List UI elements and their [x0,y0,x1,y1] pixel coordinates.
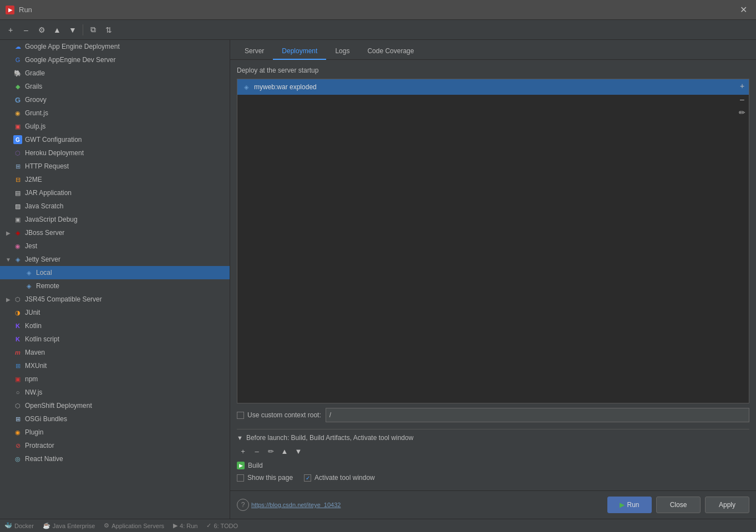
tree-item-google-appengine-deployment[interactable]: ☁ Google App Engine Deployment [0,40,230,53]
sort-button[interactable]: ⇅ [102,23,116,37]
tree-item-grails[interactable]: ◆ Grails [0,80,230,93]
expand-placeholder [4,109,12,117]
activate-tool-window-label[interactable]: Activate tool window [304,474,375,482]
before-launch-add-button[interactable]: + [237,445,249,457]
move-down-button[interactable]: ▼ [65,23,80,37]
tree-item-kotlin[interactable]: K Kotlin [0,319,230,332]
before-launch-edit-button[interactable]: ✏ [265,445,277,457]
jest-icon: ◉ [13,242,22,250]
react-native-icon: ◎ [13,454,22,463]
tree-item-http-request[interactable]: ⊞ HTTP Request [0,160,230,173]
config-tree[interactable]: ☁ Google App Engine Deployment G Google … [0,40,230,519]
copy-config-button[interactable]: ⧉ [86,23,100,37]
tree-item-jsr45[interactable]: ▶ ⬡ JSR45 Compatible Server [0,293,230,306]
tree-item-osgi[interactable]: ⊞ OSGi Bundles [0,412,230,426]
jetty-expand-arrow[interactable]: ▼ [4,255,12,263]
status-run[interactable]: ▶ 4: Run [173,522,197,529]
toolbar-separator [83,24,83,35]
tab-logs[interactable]: Logs [326,44,358,60]
tree-item-jetty-remote[interactable]: ◈ Remote [0,279,230,293]
before-launch-build-item: ▶ Build [237,459,749,472]
tree-item-javascript-debug[interactable]: ▣ JavaScript Debug [0,213,230,226]
deployment-remove-button[interactable]: – [735,93,749,106]
tree-item-npm[interactable]: ▣ npm [0,372,230,386]
tree-item-label: React Native [25,455,63,463]
tab-server[interactable]: Server [236,44,273,60]
jsr45-expand-arrow[interactable]: ▶ [4,295,12,303]
tree-item-gulpjs[interactable]: ▣ Gulp.js [0,120,230,133]
tree-item-groovy[interactable]: G Groovy [0,93,230,106]
expand-placeholder [4,176,12,183]
jboss-expand-arrow[interactable]: ▶ [4,229,12,237]
status-application-servers[interactable]: ⚙ Application Servers [104,522,164,529]
expand-placeholder [4,136,12,144]
tree-item-java-scratch[interactable]: ▨ Java Scratch [0,200,230,213]
tree-item-openshift[interactable]: ⬡ OpenShift Deployment [0,399,230,412]
before-launch-up-button[interactable]: ▲ [278,445,291,457]
tab-deployment[interactable]: Deployment [273,44,326,60]
add-config-button[interactable]: + [3,23,18,37]
tree-item-gruntjs[interactable]: ◉ Grunt.js [0,106,230,120]
before-launch-collapse-arrow[interactable]: ▼ [237,434,243,441]
expand-placeholder [4,122,12,130]
tree-item-label: JavaScript Debug [25,216,78,223]
status-java-enterprise[interactable]: ☕ Java Enterprise [43,522,95,529]
tree-item-heroku[interactable]: ⬡ Heroku Deployment [0,146,230,160]
apply-button[interactable]: Apply [705,497,749,513]
deployment-add-button[interactable]: + [735,79,749,93]
tree-item-junit[interactable]: ◑ JUnit [0,306,230,319]
tree-item-jetty-local[interactable]: ◈ Local [0,266,230,279]
custom-context-label[interactable]: Use custom context root: [237,411,321,419]
tree-item-kotlin-script[interactable]: K Kotlin script [0,332,230,346]
tree-item-plugin[interactable]: ◉ Plugin [0,426,230,439]
tree-item-gwt[interactable]: G GWT Configuration [0,133,230,146]
tree-item-nwjs[interactable]: ○ NW.js [0,386,230,399]
custom-context-checkbox[interactable] [237,412,244,419]
url-link[interactable]: https://blog.csdn.net/iteye_10432 [251,502,341,508]
tree-item-j2me[interactable]: ⊟ J2ME [0,173,230,186]
show-this-page-label[interactable]: Show this page [237,474,293,482]
remove-config-button[interactable]: – [19,23,33,37]
jetty-local-icon: ◈ [24,268,33,277]
move-up-button[interactable]: ▲ [50,23,64,37]
tree-item-label: Grunt.js [25,109,48,117]
tree-item-label: JBoss Server [25,229,64,237]
status-docker[interactable]: 🐳 Docker [4,522,34,529]
expand-placeholder [4,455,12,463]
tree-item-label: JSR45 Compatible Server [25,295,102,303]
custom-context-row: Use custom context root: [237,403,749,424]
tree-item-react-native[interactable]: ◎ React Native [0,452,230,466]
tree-item-jest[interactable]: ◉ Jest [0,239,230,253]
before-launch-checkboxes: Show this page Activate tool window [237,472,749,484]
right-panel: Server Deployment Logs Code Coverage Dep… [230,40,756,519]
run-button[interactable]: ▶Run [607,497,652,513]
tree-item-jar-application[interactable]: ▤ JAR Application [0,186,230,200]
deployment-item-label: myweb:war exploded [254,83,317,91]
custom-context-input[interactable] [326,408,749,422]
close-button[interactable]: ✕ [737,2,750,17]
openshift-icon: ⬡ [13,401,22,410]
tree-item-jetty-server[interactable]: ▼ ◈ Jetty Server [0,253,230,266]
deployment-edit-button[interactable]: ✏ [735,106,749,119]
activate-tool-window-checkbox[interactable] [304,474,311,482]
before-launch-remove-button[interactable]: – [251,445,263,457]
tree-item-jboss-server[interactable]: ▶ ◈ JBoss Server [0,226,230,239]
show-this-page-checkbox[interactable] [237,474,244,482]
tab-code-coverage[interactable]: Code Coverage [358,44,423,60]
tree-item-google-appengine-dev-server[interactable]: G Google AppEngine Dev Server [0,53,230,66]
status-todo[interactable]: ✓ 6: TODO [206,522,238,529]
tree-item-maven[interactable]: m Maven [0,346,230,359]
expand-placeholder [4,375,12,383]
app-servers-label: Application Servers [111,523,164,529]
settings-button[interactable]: ⚙ [34,23,49,37]
tree-item-gradle[interactable]: 🐘 Gradle [0,66,230,80]
docker-label: Docker [14,523,34,529]
before-launch-down-button[interactable]: ▼ [292,445,305,457]
close-button[interactable]: Close [656,497,701,513]
tree-item-protractor[interactable]: ⊘ Protractor [0,439,230,452]
app-servers-icon: ⚙ [104,522,109,529]
kotlin-icon: K [13,321,22,330]
tree-item-mxunit[interactable]: ⊞ MXUnit [0,359,230,372]
deployment-item-myweb[interactable]: ◈ myweb:war exploded [237,79,749,95]
help-button[interactable]: ? [237,499,249,511]
